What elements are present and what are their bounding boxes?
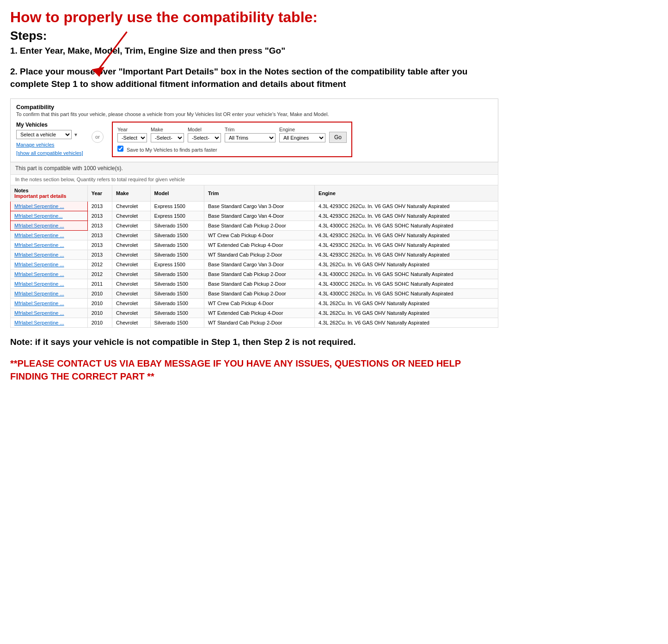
notes-cell[interactable]: Mfrlabel:Serpentine ... <box>11 221 88 231</box>
step2-wrapper: 2. Place your mouse over "Important Part… <box>10 66 498 90</box>
dropdown-arrow-icon: ▼ <box>74 132 78 137</box>
table-body: Mfrlabel:Serpentine ... 2013 Chevrolet E… <box>11 202 498 328</box>
th-trim: Trim <box>204 185 314 202</box>
save-row: Save to My Vehicles to finds parts faste… <box>117 146 347 153</box>
my-vehicles-label: My Vehicles <box>16 122 83 128</box>
table-row: Mfrlabel:Serpentine ... 2011 Chevrolet S… <box>11 279 498 289</box>
make-cell: Chevrolet <box>112 289 150 299</box>
notes-cell[interactable]: Mfrlabel:Serpentine ... <box>11 270 88 279</box>
engine-cell: 4.3L 4300CC 262Cu. In. V6 GAS SOHC Natur… <box>315 270 498 279</box>
make-select[interactable]: -Select- <box>151 133 184 142</box>
model-cell: Silverado 1500 <box>150 270 204 279</box>
year-cell: 2010 <box>87 308 112 318</box>
year-cell: 2010 <box>87 289 112 299</box>
trim-cell: Base Standard Cab Pickup 2-Door <box>204 279 314 289</box>
th-notes: Notes Important part details <box>11 185 88 202</box>
th-engine: Engine <box>315 185 498 202</box>
model-cell: Silverado 1500 <box>150 231 204 240</box>
trim-cell: WT Extended Cab Pickup 4-Door <box>204 308 314 318</box>
contact-text: **PLEASE CONTACT US VIA EBAY MESSAGE IF … <box>10 357 498 383</box>
make-cell: Chevrolet <box>112 240 150 250</box>
trim-select[interactable]: All Trims <box>225 133 276 142</box>
engine-cell: 4.3L 4300CC 262Cu. In. V6 GAS SOHC Natur… <box>315 279 498 289</box>
save-label: Save to My Vehicles to finds parts faste… <box>127 147 217 153</box>
notes-cell[interactable]: Mfrlabel:Serpentine... <box>11 211 88 221</box>
engine-field: Engine All Engines <box>279 127 325 142</box>
table-row: Mfrlabel:Serpentine ... 2010 Chevrolet S… <box>11 308 498 318</box>
notes-cell[interactable]: Mfrlabel:Serpentine ... <box>11 240 88 250</box>
or-circle: or <box>92 131 104 143</box>
notes-cell[interactable]: Mfrlabel:Serpentine ... <box>11 308 88 318</box>
notes-cell[interactable]: Mfrlabel:Serpentine ... <box>11 231 88 240</box>
model-cell: Silverado 1500 <box>150 289 204 299</box>
my-vehicles-section: My Vehicles Select a vehicle ▼ Manage ve… <box>16 122 83 156</box>
vehicle-select[interactable]: Select a vehicle <box>16 130 72 139</box>
year-cell: 2010 <box>87 299 112 308</box>
th-model: Model <box>150 185 204 202</box>
notes-header-label: Notes <box>14 188 29 193</box>
notes-cell[interactable]: Mfrlabel:Serpentine ... <box>11 279 88 289</box>
trim-cell: Base Standard Cargo Van 3-Door <box>204 202 314 211</box>
trim-label: Trim <box>225 127 276 132</box>
manage-vehicles-link[interactable]: Manage vehicles <box>16 142 83 147</box>
year-cell: 2012 <box>87 270 112 279</box>
year-cell: 2011 <box>87 279 112 289</box>
notes-cell[interactable]: Mfrlabel:Serpentine ... <box>11 250 88 260</box>
table-row: Mfrlabel:Serpentine ... 2012 Chevrolet E… <box>11 260 498 270</box>
model-cell: Silverado 1500 <box>150 240 204 250</box>
year-cell: 2013 <box>87 240 112 250</box>
model-label: Model <box>188 127 221 132</box>
model-select[interactable]: -Select- <box>188 133 221 142</box>
notes-cell[interactable]: Mfrlabel:Serpentine ... <box>11 318 88 328</box>
trim-cell: Base Standard Cab Pickup 2-Door <box>204 270 314 279</box>
engine-cell: 4.3L 262Cu. In. V6 GAS OHV Naturally Asp… <box>315 299 498 308</box>
year-cell: 2013 <box>87 250 112 260</box>
compat-subtitle: To confirm that this part fits your vehi… <box>16 111 492 117</box>
model-cell: Silverado 1500 <box>150 299 204 308</box>
notes-cell[interactable]: Mfrlabel:Serpentine ... <box>11 299 88 308</box>
year-label: Year <box>117 127 147 132</box>
th-year: Year <box>87 185 112 202</box>
notes-cell[interactable]: Mfrlabel:Serpentine ... <box>11 202 88 211</box>
engine-cell: 4.3L 4300CC 262Cu. In. V6 GAS SOHC Natur… <box>315 221 498 231</box>
make-cell: Chevrolet <box>112 260 150 270</box>
table-row: Mfrlabel:Serpentine ... 2010 Chevrolet S… <box>11 318 498 328</box>
th-make: Make <box>112 185 150 202</box>
trim-field: Trim All Trims <box>225 127 276 142</box>
make-cell: Chevrolet <box>112 211 150 221</box>
vehicle-form-box: Year -Select- Make -Select- Model <box>112 122 352 157</box>
show-all-link[interactable]: [show all compatible vehicles] <box>16 150 83 156</box>
compat-title: Compatibility <box>16 104 492 110</box>
notes-cell[interactable]: Mfrlabel:Serpentine ... <box>11 260 88 270</box>
year-cell: 2013 <box>87 202 112 211</box>
model-cell: Silverado 1500 <box>150 221 204 231</box>
trim-cell: WT Standard Cab Pickup 2-Door <box>204 250 314 260</box>
model-cell: Silverado 1500 <box>150 250 204 260</box>
table-row: Mfrlabel:Serpentine ... 2010 Chevrolet S… <box>11 289 498 299</box>
important-part-label: Important part details <box>14 193 84 199</box>
table-row: Mfrlabel:Serpentine ... 2013 Chevrolet S… <box>11 240 498 250</box>
make-cell: Chevrolet <box>112 299 150 308</box>
engine-cell: 4.3L 4300CC 262Cu. In. V6 GAS SOHC Natur… <box>315 289 498 299</box>
year-cell: 2013 <box>87 221 112 231</box>
table-row: Mfrlabel:Serpentine ... 2013 Chevrolet S… <box>11 221 498 231</box>
save-checkbox[interactable] <box>117 146 123 152</box>
compat-box: Compatibility To confirm that this part … <box>10 98 498 162</box>
go-button[interactable]: Go <box>329 132 347 143</box>
year-select[interactable]: -Select- <box>117 133 147 142</box>
table-row: Mfrlabel:Serpentine... 2013 Chevrolet Ex… <box>11 211 498 221</box>
model-cell: Express 1500 <box>150 260 204 270</box>
steps-heading: Steps: <box>10 29 498 43</box>
make-cell: Chevrolet <box>112 279 150 289</box>
notes-cell[interactable]: Mfrlabel:Serpentine ... <box>11 289 88 299</box>
table-row: Mfrlabel:Serpentine ... 2010 Chevrolet S… <box>11 299 498 308</box>
engine-cell: 4.3L 4293CC 262Cu. In. V6 GAS OHV Natura… <box>315 202 498 211</box>
trim-cell: Base Standard Cab Pickup 2-Door <box>204 221 314 231</box>
engine-cell: 4.3L 4293CC 262Cu. In. V6 GAS OHV Natura… <box>315 211 498 221</box>
vehicle-form-section: Year -Select- Make -Select- Model <box>112 122 492 157</box>
engine-select[interactable]: All Engines <box>279 133 325 142</box>
step2-text: 2. Place your mouse over "Important Part… <box>10 66 498 90</box>
make-cell: Chevrolet <box>112 308 150 318</box>
compat-table: Notes Important part details Year Make M… <box>10 185 498 328</box>
year-cell: 2013 <box>87 211 112 221</box>
